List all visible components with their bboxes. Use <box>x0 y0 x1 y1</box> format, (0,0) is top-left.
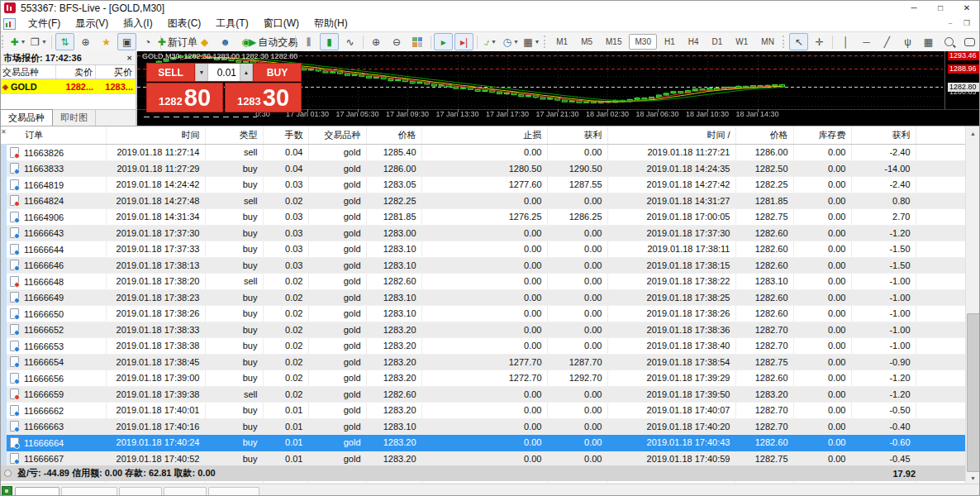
sell-price-tile[interactable]: 1282 80 <box>146 83 223 112</box>
menu-item-5[interactable]: 窗口(W) <box>256 16 307 31</box>
terminal-tab[interactable] <box>61 487 117 496</box>
volume-up-button[interactable]: ▲ <box>240 64 253 81</box>
toolbar-grip[interactable] <box>783 36 786 48</box>
table-row[interactable]: 116666482019.01.18 17:38:20sell0.02gold1… <box>7 274 966 290</box>
column-header-9[interactable]: 价格 <box>735 126 793 145</box>
timeframe-m15[interactable]: M15 <box>600 34 627 50</box>
minimize-button[interactable]: ─ <box>901 0 927 16</box>
column-header-0[interactable]: 订单 <box>7 126 106 145</box>
maximize-button[interactable]: □ <box>927 0 954 16</box>
cursor-button[interactable]: ↖ <box>789 33 808 50</box>
table-row[interactable]: 116666492019.01.18 17:38:23buy0.02gold12… <box>7 289 966 306</box>
templates-button[interactable]: ▦▼ <box>522 33 541 50</box>
terminal-close-icon[interactable]: ✕ <box>1 128 7 136</box>
toolbar-grip[interactable] <box>544 36 547 48</box>
table-row[interactable]: 116666622019.01.18 17:40:01buy0.01gold12… <box>7 403 966 419</box>
scroll-up-icon[interactable]: ▲ <box>966 126 980 140</box>
data-window-button[interactable]: ⊕ <box>76 33 95 50</box>
magnifier-button[interactable] <box>940 33 959 50</box>
strategy-tester-button[interactable]: ◔ <box>138 33 157 50</box>
horizontal-line-button[interactable]: ─ <box>857 33 876 50</box>
table-row[interactable]: 116666522019.01.18 17:38:33buy0.02gold12… <box>7 322 966 338</box>
periods-button[interactable]: ◷▼ <box>502 33 521 50</box>
mdi-minimize-button[interactable]: ⎯ <box>942 19 959 28</box>
vertical-line-button[interactable]: │ <box>836 33 855 50</box>
table-row[interactable]: 116666532019.01.18 17:38:38buy0.02gold12… <box>7 338 966 355</box>
column-header-5[interactable]: 价格 <box>366 126 421 145</box>
table-row[interactable]: 116666562019.01.18 17:39:00buy0.02gold12… <box>7 370 966 387</box>
market-watch-toggle[interactable]: ⇅ <box>55 33 74 50</box>
terminal-tab[interactable] <box>15 487 59 496</box>
scroll-down-icon[interactable]: ▼ <box>966 471 980 484</box>
bar-chart-button[interactable]: ⫼ <box>299 33 318 50</box>
timeframe-h4[interactable]: H4 <box>683 34 705 50</box>
menu-item-0[interactable]: 文件(F) <box>21 16 68 31</box>
chart-panel[interactable]: GOLD,M30: 1282.30 1283.00 1282.30 1282.8… <box>137 51 980 126</box>
table-row[interactable]: 116638332019.01.18 11:27:29buy0.04gold12… <box>7 160 966 177</box>
volume-down-button[interactable]: ▼ <box>195 64 208 81</box>
menu-item-1[interactable]: 显示(V) <box>68 16 116 31</box>
table-row[interactable]: 116648192019.01.18 14:24:42buy0.03gold12… <box>7 177 966 193</box>
buy-price-tile[interactable]: 1283 30 <box>225 83 302 112</box>
symbol-row[interactable]: ◆GOLD1282...1283... <box>0 79 136 94</box>
table-row[interactable]: 116666642019.01.18 17:40:24buy0.01gold12… <box>7 435 966 451</box>
table-row[interactable]: 116666462019.01.18 17:38:13buy0.03gold12… <box>7 257 966 274</box>
terminal-tab[interactable] <box>208 487 259 496</box>
chart-page-icon[interactable] <box>3 18 16 30</box>
navigator-button[interactable]: ★ <box>97 33 116 50</box>
column-header-4[interactable]: 交易品种 <box>308 126 366 145</box>
column-header-6[interactable]: 止损 <box>421 126 547 145</box>
new-order-button[interactable]: ✚新订单 <box>164 33 193 50</box>
indicators-button[interactable]: ⍻▼ <box>481 33 500 50</box>
table-row[interactable]: 116666672019.01.18 17:40:52buy0.01gold12… <box>7 451 966 467</box>
market-watch-tab[interactable]: 即时图 <box>53 110 96 126</box>
menu-item-4[interactable]: 工具(T) <box>208 16 255 31</box>
comment-button[interactable] <box>960 33 979 50</box>
chart-shift-button[interactable]: ▸| <box>454 33 473 50</box>
column-header-10[interactable]: 库存费 <box>793 126 851 145</box>
table-row[interactable]: 116649062019.01.18 14:31:34buy0.03gold12… <box>7 209 966 226</box>
column-header-8[interactable]: 时间 / <box>607 126 735 145</box>
candlestick-button[interactable]: ▮ <box>320 33 339 50</box>
table-row[interactable]: 116666632019.01.18 17:40:16buy0.01gold12… <box>7 418 966 435</box>
objects-grid-button[interactable]: ▦ <box>919 33 938 50</box>
mdi-restore-button[interactable]: ❐ <box>959 19 975 28</box>
close-button[interactable]: ✕ <box>954 0 980 16</box>
trendline-button[interactable]: ╱ <box>878 33 897 50</box>
column-header-3[interactable]: 手数 <box>263 126 308 145</box>
menu-item-2[interactable]: 插入(I) <box>116 16 159 31</box>
table-row[interactable]: 116648242019.01.18 14:27:48sell0.02gold1… <box>7 193 966 209</box>
table-row[interactable]: 116666432019.01.18 17:37:30buy0.03gold12… <box>7 225 966 241</box>
timeframe-m5[interactable]: M5 <box>575 34 598 50</box>
auto-scroll-button[interactable]: ▸ <box>434 33 453 50</box>
column-header-1[interactable]: 时间 <box>106 126 205 145</box>
timeframe-mn[interactable]: MN <box>755 34 780 50</box>
metaquotes-button[interactable]: ◆ <box>195 33 214 50</box>
fibonacci-button[interactable]: ψ <box>898 33 917 50</box>
terminal-tab[interactable] <box>119 487 162 496</box>
buy-button[interactable]: BUY <box>253 63 302 82</box>
timeframe-m1[interactable]: M1 <box>550 34 573 50</box>
close-icon[interactable]: ✕ <box>126 55 132 62</box>
timeframe-h1[interactable]: H1 <box>659 34 681 50</box>
terminal-toggle[interactable]: ▣ <box>117 33 136 50</box>
zoom-in-button[interactable]: ⊕ <box>367 33 386 50</box>
table-row[interactable]: 116638262019.01.18 11:27:14sell0.04gold1… <box>7 145 966 161</box>
profiles-button[interactable]: ❐▼ <box>29 33 48 50</box>
menu-item-6[interactable]: 帮助(H) <box>307 16 355 31</box>
market-watch-column[interactable]: 交易品种 <box>0 65 56 79</box>
table-row[interactable]: 116666442019.01.18 17:37:33buy0.03gold12… <box>7 241 966 258</box>
terminal-tab[interactable] <box>164 487 207 496</box>
timeframe-w1[interactable]: W1 <box>730 34 754 50</box>
vertical-scrollbar[interactable]: ▲ ▼ <box>965 126 980 484</box>
timeframe-d1[interactable]: D1 <box>706 34 729 50</box>
community-button[interactable]: ☻ <box>216 33 235 50</box>
toolbar-grip[interactable] <box>2 36 5 48</box>
table-row[interactable]: 116666592019.01.18 17:39:38sell0.02gold1… <box>7 386 966 403</box>
table-row[interactable]: 116666542019.01.18 17:38:45buy0.02gold12… <box>7 354 966 370</box>
market-watch-tab[interactable]: 交易品种 <box>0 109 53 126</box>
timeframe-m30[interactable]: M30 <box>629 34 656 50</box>
table-row[interactable]: 116666502019.01.18 17:38:26buy0.02gold12… <box>7 306 966 322</box>
auto-trading-button[interactable]: ▶自动交易 <box>257 33 292 50</box>
column-header-7[interactable]: 获利 <box>547 126 607 145</box>
